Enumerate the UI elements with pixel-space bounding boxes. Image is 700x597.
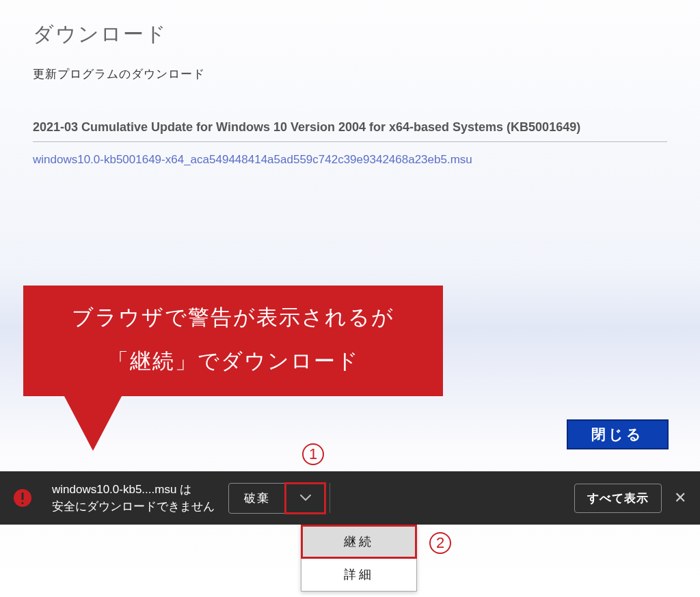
page-subtitle: 更新プログラムのダウンロード [33, 66, 667, 82]
download-options-chevron[interactable] [286, 483, 325, 514]
dropdown-details[interactable]: 詳細 [301, 558, 416, 591]
download-warning-text: windows10.0-kb5....msu は 安全にダウンロードできません [52, 481, 215, 516]
download-button-group: 破棄 [228, 483, 325, 514]
chevron-down-icon [299, 494, 312, 502]
dropdown-continue[interactable]: 継続 [301, 525, 416, 558]
callout-box: ブラウザで警告が表示されるが 「継続」でダウンロード [23, 286, 443, 396]
annotation-callout: ブラウザで警告が表示されるが 「継続」でダウンロード [23, 286, 443, 451]
download-warning-line: 安全にダウンロードできません [52, 498, 215, 516]
separator [329, 483, 330, 513]
close-bar-button[interactable]: ✕ [674, 489, 686, 507]
step-marker-2: 2 [429, 532, 451, 554]
page-content: ダウンロード 更新プログラムのダウンロード 2021-03 Cumulative… [0, 0, 700, 167]
callout-line2: 「継続」でダウンロード [37, 347, 429, 376]
warning-icon [14, 489, 31, 507]
close-button-container: 閉じる [567, 419, 669, 449]
download-filename-line: windows10.0-kb5....msu は [52, 481, 215, 499]
download-options-dropdown: 継続 詳細 [301, 525, 417, 592]
download-warning-bar: windows10.0-kb5....msu は 安全にダウンロードできません … [0, 471, 700, 525]
step-marker-1: 1 [302, 443, 324, 465]
close-button[interactable]: 閉じる [567, 419, 669, 449]
download-file-link[interactable]: windows10.0-kb5001649-x64_aca549448414a5… [33, 153, 472, 167]
page-title: ダウンロード [33, 20, 667, 48]
update-title: 2021-03 Cumulative Update for Windows 10… [33, 120, 667, 142]
show-all-button[interactable]: すべて表示 [574, 484, 662, 513]
callout-pointer [64, 396, 122, 451]
callout-line1: ブラウザで警告が表示されるが [37, 303, 429, 332]
discard-button[interactable]: 破棄 [228, 483, 286, 514]
